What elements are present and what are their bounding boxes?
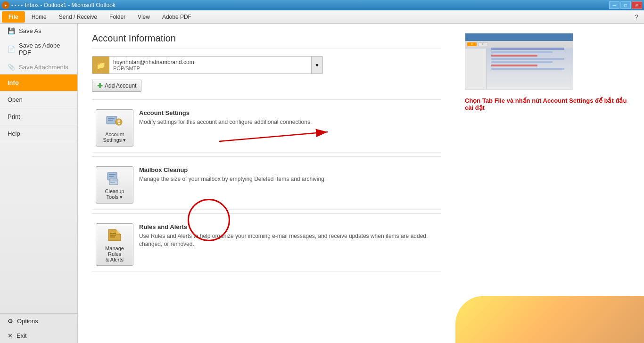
close-button[interactable]: ✕ bbox=[632, 1, 642, 9]
rules-alerts-title: Rules and Alerts bbox=[139, 223, 438, 230]
account-info: huynhntan@nhatnambrand.com POP/SMTP bbox=[109, 57, 311, 73]
content-area: Account Information 📁 huynhntan@nhatnamb… bbox=[78, 24, 455, 343]
svg-point-4 bbox=[117, 120, 120, 122]
tab-view[interactable]: View bbox=[132, 12, 156, 22]
account-settings-title: Account Settings bbox=[139, 109, 438, 116]
svg-rect-9 bbox=[109, 179, 118, 185]
main-layout: 💾 Save As 📄 Save as Adobe PDF 📎 Save Att… bbox=[0, 24, 644, 343]
sidebar-item-info[interactable]: Info bbox=[0, 74, 77, 91]
rules-alerts-icon-area bbox=[105, 227, 124, 244]
account-dropdown-button[interactable]: ▼ bbox=[311, 57, 322, 74]
save-adobe-label: Save as Adobe PDF bbox=[19, 42, 70, 56]
account-settings-text: Account Settings Modify settings for thi… bbox=[139, 109, 438, 126]
account-settings-icon bbox=[106, 114, 124, 129]
title-bar: ● ▪ ▪ ▪ ▪ Inbox - Outlook1 - Microsoft O… bbox=[0, 0, 644, 10]
annotation-text: Chọn Tab File và nhấn nút Account Settin… bbox=[465, 97, 635, 111]
sidebar-item-open[interactable]: Open bbox=[0, 91, 77, 108]
sidebar: 💾 Save As 📄 Save as Adobe PDF 📎 Save Att… bbox=[0, 24, 78, 343]
rules-icon bbox=[106, 228, 124, 243]
svg-rect-2 bbox=[108, 120, 113, 121]
tab-home[interactable]: Home bbox=[26, 12, 52, 22]
page-title: Account Information bbox=[92, 33, 441, 49]
adobe-icon: 📄 bbox=[8, 46, 15, 53]
cleanup-tools-text: Mailbox Cleanup Manage the size of your … bbox=[139, 166, 438, 183]
maximize-button[interactable]: □ bbox=[620, 1, 631, 9]
cleanup-tools-button[interactable]: CleanupTools ▾ bbox=[96, 166, 133, 204]
separator-3 bbox=[92, 213, 441, 214]
svg-marker-16 bbox=[116, 229, 121, 234]
options-label: Options bbox=[17, 318, 38, 325]
account-type: POP/SMTP bbox=[113, 65, 307, 71]
save-attachments-label: Save Attachments bbox=[19, 64, 68, 71]
add-account-button[interactable]: ✚ Add Account bbox=[92, 80, 141, 92]
sidebar-item-save-attachments[interactable]: 📎 Save Attachments bbox=[0, 60, 77, 74]
rules-alerts-text: Rules and Alerts Use Rules and Alerts to… bbox=[139, 223, 438, 248]
screenshot-thumbnail: F H bbox=[465, 33, 573, 90]
rules-alerts-button[interactable]: Manage Rules& Alerts bbox=[96, 223, 133, 266]
cleanup-tools-section: CleanupTools ▾ Mailbox Cleanup Manage th… bbox=[92, 161, 441, 210]
exit-icon: ✕ bbox=[8, 332, 13, 339]
tab-file[interactable]: File bbox=[2, 11, 25, 23]
cleanup-tools-icon-area bbox=[105, 170, 124, 187]
sidebar-item-print[interactable]: Print bbox=[0, 108, 77, 125]
separator-2 bbox=[92, 156, 441, 157]
add-account-label: Add Account bbox=[105, 82, 136, 89]
account-settings-btn-label: AccountSettings ▾ bbox=[103, 131, 126, 143]
tab-send-receive[interactable]: Send / Receive bbox=[53, 12, 103, 22]
svg-rect-7 bbox=[109, 174, 116, 175]
cleanup-tools-btn-label: CleanupTools ▾ bbox=[105, 188, 124, 200]
tab-folder[interactable]: Folder bbox=[104, 12, 131, 22]
separator-1 bbox=[92, 99, 441, 100]
account-settings-icon-area bbox=[105, 113, 124, 130]
save-as-icon: 💾 bbox=[8, 27, 15, 34]
outlook-icon: ● bbox=[2, 1, 9, 9]
cleanup-tools-title: Mailbox Cleanup bbox=[139, 166, 438, 173]
account-selector[interactable]: 📁 huynhntan@nhatnambrand.com POP/SMTP ▼ bbox=[92, 56, 323, 74]
sidebar-item-save-adobe[interactable]: 📄 Save as Adobe PDF bbox=[0, 38, 77, 60]
svg-rect-1 bbox=[108, 118, 115, 119]
account-settings-desc: Modify settings for this account and con… bbox=[139, 118, 438, 126]
quick-access: ▪ ▪ ▪ ▪ bbox=[11, 2, 23, 8]
rules-alerts-section: Manage Rules& Alerts Rules and Alerts Us… bbox=[92, 218, 441, 272]
sidebar-item-save-as[interactable]: 💾 Save As bbox=[0, 24, 77, 38]
save-as-label: Save As bbox=[19, 27, 41, 34]
help-icon[interactable]: ? bbox=[631, 13, 642, 21]
rules-alerts-btn-label: Manage Rules& Alerts bbox=[98, 245, 131, 262]
account-folder-icon: 📁 bbox=[92, 57, 109, 74]
account-settings-button[interactable]: AccountSettings ▾ bbox=[96, 109, 133, 147]
cleanup-icon bbox=[106, 171, 124, 186]
window-controls: ─ □ ✕ bbox=[609, 1, 642, 9]
window-title: Inbox - Outlook1 - Microsoft Outlook bbox=[25, 2, 116, 8]
ribbon: File Home Send / Receive Folder View Ado… bbox=[0, 10, 644, 24]
account-settings-btn-container: AccountSettings ▾ bbox=[96, 109, 133, 147]
account-settings-section: AccountSettings ▾ Account Settings Modif… bbox=[92, 104, 441, 153]
sidebar-item-exit[interactable]: ✕ Exit bbox=[0, 328, 77, 343]
account-email: huynhntan@nhatnambrand.com bbox=[113, 59, 307, 65]
tab-adobe-pdf[interactable]: Adobe PDF bbox=[157, 12, 197, 22]
screenshot-inner: F H bbox=[465, 33, 573, 89]
rules-alerts-desc: Use Rules and Alerts to help organize yo… bbox=[139, 232, 438, 248]
bg-decoration bbox=[455, 296, 644, 343]
right-panel: F H Chọn Tab File và nhấn nút Account Se… bbox=[455, 24, 644, 343]
exit-label: Exit bbox=[17, 332, 27, 339]
options-icon: ⚙ bbox=[8, 318, 13, 325]
sidebar-item-help[interactable]: Help bbox=[0, 125, 77, 142]
sidebar-item-options[interactable]: ⚙ Options bbox=[0, 313, 77, 328]
cleanup-tools-desc: Manage the size of your mailbox by empty… bbox=[139, 175, 438, 183]
add-icon: ✚ bbox=[97, 82, 103, 90]
attachment-icon: 📎 bbox=[8, 64, 15, 71]
svg-rect-8 bbox=[109, 176, 114, 177]
minimize-button[interactable]: ─ bbox=[609, 1, 619, 9]
title-bar-left: ● ▪ ▪ ▪ ▪ Inbox - Outlook1 - Microsoft O… bbox=[2, 1, 116, 9]
